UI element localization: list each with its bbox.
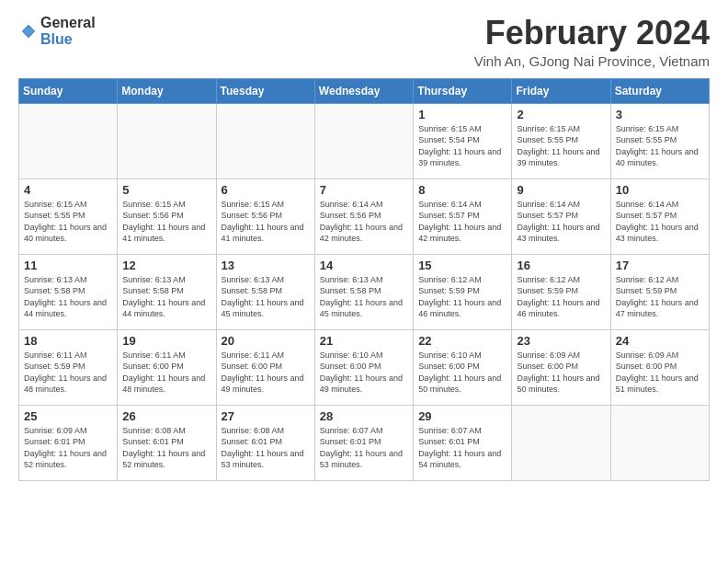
day-info: Sunrise: 6:11 AM Sunset: 6:00 PM Dayligh… bbox=[122, 350, 210, 396]
svg-marker-1 bbox=[23, 26, 35, 36]
calendar-cell: 12Sunrise: 6:13 AM Sunset: 5:58 PM Dayli… bbox=[118, 254, 216, 329]
week-row-2: 4Sunrise: 6:15 AM Sunset: 5:55 PM Daylig… bbox=[19, 178, 710, 254]
calendar-cell: 26Sunrise: 6:08 AM Sunset: 6:01 PM Dayli… bbox=[118, 405, 216, 480]
calendar-cell: 8Sunrise: 6:14 AM Sunset: 5:57 PM Daylig… bbox=[414, 178, 512, 254]
day-info: Sunrise: 6:15 AM Sunset: 5:55 PM Dayligh… bbox=[616, 123, 704, 169]
day-info: Sunrise: 6:15 AM Sunset: 5:56 PM Dayligh… bbox=[122, 199, 210, 245]
title-block: February 2024 Vinh An, GJong Nai Provinc… bbox=[474, 15, 710, 69]
day-info: Sunrise: 6:14 AM Sunset: 5:57 PM Dayligh… bbox=[517, 199, 605, 245]
calendar-cell bbox=[19, 103, 118, 178]
day-info: Sunrise: 6:13 AM Sunset: 5:58 PM Dayligh… bbox=[122, 274, 210, 320]
day-number: 15 bbox=[418, 259, 506, 272]
day-info: Sunrise: 6:10 AM Sunset: 6:00 PM Dayligh… bbox=[320, 350, 408, 396]
calendar-cell: 5Sunrise: 6:15 AM Sunset: 5:56 PM Daylig… bbox=[118, 178, 216, 254]
calendar-cell: 2Sunrise: 6:15 AM Sunset: 5:55 PM Daylig… bbox=[512, 103, 610, 178]
logo-icon bbox=[20, 23, 37, 40]
day-info: Sunrise: 6:13 AM Sunset: 5:58 PM Dayligh… bbox=[24, 274, 112, 320]
weekday-header-friday: Friday bbox=[512, 78, 610, 103]
day-info: Sunrise: 6:15 AM Sunset: 5:55 PM Dayligh… bbox=[517, 123, 605, 169]
logo: General Blue bbox=[18, 15, 96, 47]
day-info: Sunrise: 6:14 AM Sunset: 5:57 PM Dayligh… bbox=[616, 199, 704, 245]
weekday-header-tuesday: Tuesday bbox=[216, 78, 314, 103]
day-info: Sunrise: 6:07 AM Sunset: 6:01 PM Dayligh… bbox=[320, 425, 408, 471]
day-number: 8 bbox=[418, 183, 506, 197]
day-info: Sunrise: 6:09 AM Sunset: 6:00 PM Dayligh… bbox=[616, 350, 704, 396]
day-info: Sunrise: 6:12 AM Sunset: 5:59 PM Dayligh… bbox=[517, 274, 605, 320]
calendar-cell: 21Sunrise: 6:10 AM Sunset: 6:00 PM Dayli… bbox=[314, 329, 413, 405]
calendar-cell: 7Sunrise: 6:14 AM Sunset: 5:56 PM Daylig… bbox=[314, 178, 413, 254]
calendar-cell: 25Sunrise: 6:09 AM Sunset: 6:01 PM Dayli… bbox=[19, 405, 118, 480]
calendar-cell bbox=[512, 405, 610, 480]
calendar-cell bbox=[610, 405, 709, 480]
calendar-cell: 23Sunrise: 6:09 AM Sunset: 6:00 PM Dayli… bbox=[512, 329, 610, 405]
week-row-1: 1Sunrise: 6:15 AM Sunset: 5:54 PM Daylig… bbox=[19, 103, 710, 178]
day-info: Sunrise: 6:15 AM Sunset: 5:56 PM Dayligh… bbox=[222, 199, 310, 245]
day-info: Sunrise: 6:10 AM Sunset: 6:00 PM Dayligh… bbox=[418, 350, 506, 396]
month-year: February 2024 bbox=[474, 15, 710, 52]
calendar-cell: 18Sunrise: 6:11 AM Sunset: 5:59 PM Dayli… bbox=[19, 329, 118, 405]
day-number: 27 bbox=[222, 409, 310, 423]
calendar-cell: 1Sunrise: 6:15 AM Sunset: 5:54 PM Daylig… bbox=[414, 103, 512, 178]
day-number: 23 bbox=[517, 334, 605, 348]
calendar-cell: 22Sunrise: 6:10 AM Sunset: 6:00 PM Dayli… bbox=[414, 329, 512, 405]
day-info: Sunrise: 6:13 AM Sunset: 5:58 PM Dayligh… bbox=[222, 274, 310, 320]
day-info: Sunrise: 6:14 AM Sunset: 5:56 PM Dayligh… bbox=[320, 199, 408, 245]
weekday-header-thursday: Thursday bbox=[414, 78, 512, 103]
calendar-cell: 4Sunrise: 6:15 AM Sunset: 5:55 PM Daylig… bbox=[19, 178, 118, 254]
day-number: 22 bbox=[418, 334, 506, 348]
day-info: Sunrise: 6:09 AM Sunset: 6:01 PM Dayligh… bbox=[24, 425, 112, 471]
day-number: 25 bbox=[24, 409, 112, 423]
week-row-5: 25Sunrise: 6:09 AM Sunset: 6:01 PM Dayli… bbox=[19, 405, 710, 480]
weekday-header-saturday: Saturday bbox=[610, 78, 709, 103]
day-number: 7 bbox=[320, 183, 408, 197]
day-number: 28 bbox=[320, 409, 408, 423]
day-number: 2 bbox=[517, 108, 605, 121]
day-number: 4 bbox=[24, 183, 112, 197]
day-info: Sunrise: 6:13 AM Sunset: 5:58 PM Dayligh… bbox=[320, 274, 408, 320]
calendar-cell: 11Sunrise: 6:13 AM Sunset: 5:58 PM Dayli… bbox=[19, 254, 118, 329]
day-number: 12 bbox=[122, 259, 210, 272]
day-info: Sunrise: 6:09 AM Sunset: 6:00 PM Dayligh… bbox=[517, 350, 605, 396]
day-info: Sunrise: 6:11 AM Sunset: 5:59 PM Dayligh… bbox=[24, 350, 112, 396]
calendar-table: SundayMondayTuesdayWednesdayThursdayFrid… bbox=[18, 78, 710, 481]
day-info: Sunrise: 6:08 AM Sunset: 6:01 PM Dayligh… bbox=[122, 425, 210, 471]
day-number: 11 bbox=[24, 259, 112, 272]
calendar-cell: 17Sunrise: 6:12 AM Sunset: 5:59 PM Dayli… bbox=[610, 254, 709, 329]
calendar-cell: 16Sunrise: 6:12 AM Sunset: 5:59 PM Dayli… bbox=[512, 254, 610, 329]
day-info: Sunrise: 6:12 AM Sunset: 5:59 PM Dayligh… bbox=[616, 274, 704, 320]
day-number: 19 bbox=[122, 334, 210, 348]
calendar-cell: 10Sunrise: 6:14 AM Sunset: 5:57 PM Dayli… bbox=[610, 178, 709, 254]
weekday-header-sunday: Sunday bbox=[19, 78, 118, 103]
day-number: 14 bbox=[320, 259, 408, 272]
day-number: 13 bbox=[222, 259, 310, 272]
page-header: General Blue February 2024 Vinh An, GJon… bbox=[18, 15, 710, 69]
day-info: Sunrise: 6:11 AM Sunset: 6:00 PM Dayligh… bbox=[222, 350, 310, 396]
day-number: 5 bbox=[122, 183, 210, 197]
calendar-cell: 15Sunrise: 6:12 AM Sunset: 5:59 PM Dayli… bbox=[414, 254, 512, 329]
logo-blue: Blue bbox=[40, 31, 96, 48]
day-number: 6 bbox=[222, 183, 310, 197]
day-number: 17 bbox=[616, 259, 704, 272]
calendar-cell: 29Sunrise: 6:07 AM Sunset: 6:01 PM Dayli… bbox=[414, 405, 512, 480]
week-row-4: 18Sunrise: 6:11 AM Sunset: 5:59 PM Dayli… bbox=[19, 329, 710, 405]
day-number: 1 bbox=[418, 108, 506, 121]
day-number: 20 bbox=[222, 334, 310, 348]
week-row-3: 11Sunrise: 6:13 AM Sunset: 5:58 PM Dayli… bbox=[19, 254, 710, 329]
calendar-cell: 9Sunrise: 6:14 AM Sunset: 5:57 PM Daylig… bbox=[512, 178, 610, 254]
calendar-cell: 28Sunrise: 6:07 AM Sunset: 6:01 PM Dayli… bbox=[314, 405, 413, 480]
calendar-cell: 3Sunrise: 6:15 AM Sunset: 5:55 PM Daylig… bbox=[610, 103, 709, 178]
day-number: 9 bbox=[517, 183, 605, 197]
calendar-cell: 13Sunrise: 6:13 AM Sunset: 5:58 PM Dayli… bbox=[216, 254, 314, 329]
day-info: Sunrise: 6:07 AM Sunset: 6:01 PM Dayligh… bbox=[418, 425, 506, 471]
calendar-cell: 6Sunrise: 6:15 AM Sunset: 5:56 PM Daylig… bbox=[216, 178, 314, 254]
calendar-cell: 14Sunrise: 6:13 AM Sunset: 5:58 PM Dayli… bbox=[314, 254, 413, 329]
calendar-cell: 20Sunrise: 6:11 AM Sunset: 6:00 PM Dayli… bbox=[216, 329, 314, 405]
day-number: 16 bbox=[517, 259, 605, 272]
weekday-header-row: SundayMondayTuesdayWednesdayThursdayFrid… bbox=[19, 78, 710, 103]
day-info: Sunrise: 6:14 AM Sunset: 5:57 PM Dayligh… bbox=[418, 199, 506, 245]
calendar-cell: 24Sunrise: 6:09 AM Sunset: 6:00 PM Dayli… bbox=[610, 329, 709, 405]
day-number: 29 bbox=[418, 409, 506, 423]
day-number: 21 bbox=[320, 334, 408, 348]
calendar-cell: 19Sunrise: 6:11 AM Sunset: 6:00 PM Dayli… bbox=[118, 329, 216, 405]
weekday-header-monday: Monday bbox=[118, 78, 216, 103]
